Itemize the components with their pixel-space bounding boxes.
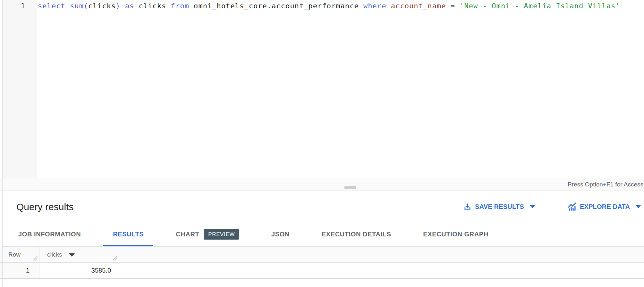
- sql-close-paren: ): [116, 2, 125, 10]
- sql-keyword-from: from: [171, 2, 194, 10]
- results-table-header: Row clicks: [0, 247, 644, 263]
- tab-execution-graph[interactable]: EXECUTION GRAPH: [413, 222, 498, 246]
- save-results-label: SAVE RESULTS: [475, 203, 524, 210]
- line-number: 1: [3, 1, 25, 11]
- query-results-header: Query results SAVE RESULTS EXPLORE DATA: [3, 192, 644, 222]
- row-number-cell: 1: [0, 263, 39, 278]
- column-header-row-label: Row: [8, 251, 21, 258]
- table-bottom-border: [0, 278, 644, 279]
- sql-string-literal: 'New - Omni - Amelia Island Villas': [460, 2, 620, 10]
- tab-chart[interactable]: CHART PREVIEW: [166, 222, 249, 246]
- tab-chart-label: CHART: [176, 231, 199, 238]
- results-tab-bar: JOB INFORMATION RESULTS CHART PREVIEW JS…: [3, 222, 644, 247]
- query-results-title: Query results: [16, 192, 73, 222]
- tab-json-label: JSON: [271, 231, 290, 238]
- results-table: Row clicks 1 3585.0: [0, 247, 644, 279]
- tab-results[interactable]: RESULTS: [103, 222, 153, 246]
- sql-keyword-select: select: [38, 2, 70, 10]
- sql-editor[interactable]: 1 select sum(clicks) as clicks from omni…: [3, 0, 644, 178]
- column-resize-handle-icon[interactable]: [31, 255, 38, 262]
- explore-data-label: EXPLORE DATA: [580, 203, 630, 210]
- clicks-value-cell: 3585.0: [39, 263, 119, 278]
- sql-ident-column: account_name: [391, 2, 446, 10]
- column-header-clicks-label: clicks: [47, 251, 62, 258]
- save-results-button[interactable]: SAVE RESULTS: [463, 192, 535, 222]
- line-number-gutter: 1: [3, 0, 37, 178]
- sql-ident-table: omni_hotels_core.account_performance: [194, 2, 363, 10]
- column-resize-handle-icon[interactable]: [111, 255, 118, 262]
- splitter-drag-handle[interactable]: [344, 186, 356, 189]
- sql-keyword-where: where: [363, 2, 391, 10]
- tab-execution-details-label: EXECUTION DETAILS: [322, 231, 391, 238]
- download-icon: [463, 202, 472, 211]
- explore-chart-icon: [568, 202, 577, 211]
- sql-code-line[interactable]: select sum(clicks) as clicks from omni_h…: [38, 1, 620, 11]
- tab-job-information[interactable]: JOB INFORMATION: [9, 222, 90, 246]
- column-header-clicks[interactable]: clicks: [39, 247, 119, 262]
- active-tab-underline: [103, 245, 153, 246]
- table-row: 1 3585.0: [0, 263, 644, 278]
- clicks-column-menu-caret-icon[interactable]: [69, 253, 75, 257]
- editor-statusbar: Press Option+F1 for Access: [0, 178, 644, 191]
- tab-job-information-label: JOB INFORMATION: [18, 231, 81, 238]
- accessibility-hint: Press Option+F1 for Access: [568, 178, 643, 191]
- sql-keyword-as: as: [125, 2, 139, 10]
- tab-execution-details[interactable]: EXECUTION DETAILS: [312, 222, 401, 246]
- preview-badge: PREVIEW: [204, 229, 239, 240]
- sql-function-sum: sum(: [70, 2, 88, 10]
- tab-json[interactable]: JSON: [262, 222, 299, 246]
- sql-operator-equals: =: [446, 2, 460, 10]
- tab-results-label: RESULTS: [113, 231, 144, 238]
- explore-data-caret-icon: [636, 205, 641, 208]
- column-header-row[interactable]: Row: [0, 247, 39, 262]
- save-results-caret-icon: [530, 205, 535, 208]
- panel-left-border: [2, 0, 3, 287]
- tab-execution-graph-label: EXECUTION GRAPH: [423, 231, 488, 238]
- sql-ident-clicks-arg: clicks: [88, 2, 116, 10]
- explore-data-button[interactable]: EXPLORE DATA: [568, 192, 641, 222]
- sql-ident-clicks-alias: clicks: [139, 2, 171, 10]
